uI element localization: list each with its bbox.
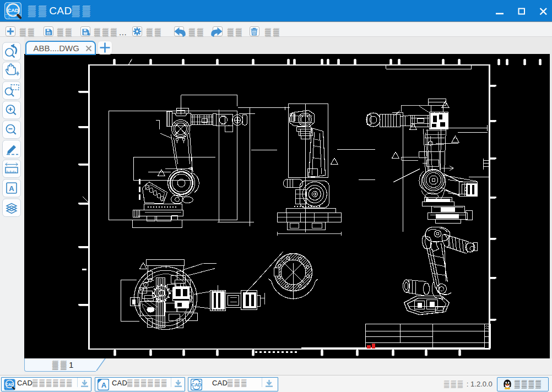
svg-text:CAD: CAD bbox=[191, 382, 201, 387]
svg-text:CAD: CAD bbox=[7, 7, 19, 13]
svg-text:A: A bbox=[9, 184, 14, 193]
svg-text:CAD: CAD bbox=[6, 382, 14, 386]
svg-text:A: A bbox=[101, 381, 107, 389]
